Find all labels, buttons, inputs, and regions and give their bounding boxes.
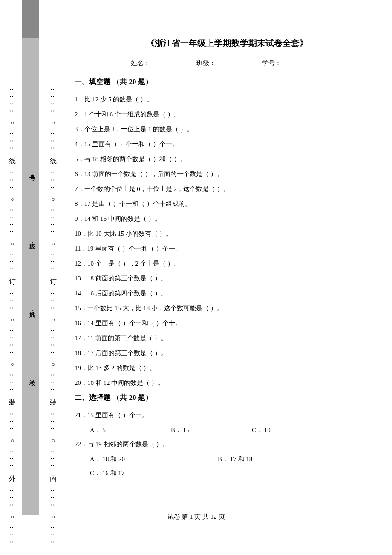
q22-option-a: A． 18 和 20	[90, 452, 218, 466]
name-label: 姓名：	[131, 60, 150, 66]
question-21: 21．15 里面有（ ）个一。	[75, 408, 379, 422]
circle-marker: ○	[52, 120, 55, 127]
inner-char: 内	[50, 474, 57, 483]
outer-binding-strip: ⋮⋮⋮ ○ ⋮⋮⋮ 外 ⋮⋮⋮ ○ ⋮⋮⋮ 装 ⋮⋮⋮ ○ ⋮⋮⋮⋮ ○ ⋮⋮⋮…	[8, 0, 17, 555]
dots: ⋮⋮⋮	[9, 488, 16, 509]
circle-marker: ○	[52, 196, 55, 203]
dots: ⋮⋮⋮	[50, 170, 57, 192]
question-16: 16．14 里面有（ ）个一和（ ）个十。	[75, 316, 379, 330]
dots: ⋮⋮⋮	[9, 411, 16, 433]
class-label: 班级：	[196, 60, 216, 66]
id-label: 学号：	[262, 60, 281, 66]
question-22-options: A． 18 和 20 B． 17 和 18 C． 16 和 17	[75, 452, 379, 480]
circle-marker: ○	[11, 437, 14, 444]
question-7: 7．一个数的个位上是 0，十位上是 2，这个数是（ ）。	[75, 182, 379, 196]
outer-char: 外	[9, 474, 16, 483]
question-1: 1．比 12 少 5 的数是（ ）。	[75, 92, 379, 107]
question-6: 6．13 前面的一个数是（ ），后面的一个数是（ ）。	[75, 167, 379, 181]
dots: ⋮⋮⋮	[50, 372, 57, 394]
question-22: 22．与 19 相邻的两个数是（ ）。	[75, 437, 379, 451]
circle-marker: ○	[11, 317, 14, 324]
question-11: 11．19 里面有（ ）个十和（ ）个一。	[75, 242, 379, 256]
question-20: 20．10 和 12 中间的数是（ ）。	[75, 376, 379, 390]
dots: ⋮⋮⋮	[50, 411, 57, 433]
q22-option-b: B． 17 和 18	[218, 452, 346, 466]
dots: ⋮⋮⋮	[50, 525, 57, 546]
gray-margin-top	[22, 0, 39, 38]
xian-char: 线	[50, 157, 57, 166]
q21-option-a: A． 5	[90, 423, 171, 437]
dots: ⋮⋮⋮⋮	[50, 328, 57, 357]
dots: ⋮⋮⋮	[50, 131, 57, 153]
circle-marker: ○	[11, 240, 14, 247]
dots: ⋮⋮⋮⋮	[9, 87, 16, 116]
question-8: 8．17 是由（ ）个一和（ ）个十组成的。	[75, 197, 379, 211]
question-13: 13．18 前面的第三个数是（ ）。	[75, 272, 379, 286]
circle-marker: ○	[52, 361, 55, 368]
dots: ⋮⋮⋮⋮	[50, 207, 57, 236]
question-4: 4．15 里面有（ ）个十和（ ）个一。	[75, 137, 379, 151]
question-18: 18．17 后面的第三个数是（ ）。	[75, 346, 379, 360]
page-content: 《浙江省一年级上学期数学期末试卷全套》 姓名： 班级： 学号： 一、填空题 （共…	[75, 38, 379, 480]
q22-option-c: C． 16 和 17	[90, 466, 218, 480]
dots: ⋮⋮⋮	[9, 448, 16, 470]
section2-header: 二、选择题 （共 20 题）	[75, 393, 379, 402]
question-21-options: A． 5 B． 15 C． 10	[75, 423, 379, 437]
ding-char: 订	[9, 278, 16, 286]
page-footer: 试卷 第 1 页 共 12 页	[0, 513, 392, 521]
question-19: 19．比 13 多 2 的数是（ ）。	[75, 361, 379, 375]
question-14: 14．16 后面的第四个数是（ ）。	[75, 286, 379, 301]
circle-marker: ○	[52, 437, 55, 444]
id-blank[interactable]	[283, 60, 321, 67]
section1-header: 一、填空题 （共 20 题）	[75, 77, 379, 87]
circle-marker: ○	[11, 361, 14, 368]
name-blank[interactable]	[152, 60, 190, 67]
question-15: 15．一个数比 15 大，比 18 小，这个数可能是（ ）。	[75, 301, 379, 315]
ding-char: 订	[50, 278, 57, 286]
page-title: 《浙江省一年级上学期数学期末试卷全套》	[75, 38, 379, 49]
question-3: 3．个位上是 8，十位上是 1 的数是（ ）。	[75, 122, 379, 136]
q21-option-b: B． 15	[171, 423, 252, 437]
dots: ⋮⋮⋮	[50, 251, 57, 273]
dots: ⋮⋮⋮	[9, 291, 16, 312]
dots: ⋮⋮⋮	[50, 448, 57, 470]
circle-marker: ○	[52, 317, 55, 324]
dots: ⋮⋮⋮	[50, 291, 57, 312]
inner-binding-strip: ⋮⋮⋮ ○ ⋮⋮⋮ 内 ⋮⋮⋮ ○ ⋮⋮⋮ 装 ⋮⋮⋮ ○ ⋮⋮⋮⋮ ○ ⋮⋮⋮…	[46, 0, 61, 555]
question-5: 5．与 18 相邻的两个数是（ ）和（ ）。	[75, 152, 379, 166]
circle-marker: ○	[11, 120, 14, 127]
dots: ⋮⋮⋮	[9, 131, 16, 153]
circle-marker: ○	[52, 240, 55, 247]
dots: ⋮⋮⋮	[9, 251, 16, 273]
question-2: 2．1 个十和 6 个一组成的数是（ ）。	[75, 107, 379, 121]
zhuang-char: 装	[9, 398, 16, 407]
dots: ⋮⋮⋮	[9, 525, 16, 546]
class-blank[interactable]	[217, 60, 256, 67]
zhuang-char: 装	[50, 398, 57, 407]
dots: ⋮⋮⋮	[9, 170, 16, 192]
question-12: 12．10 个一是（ ），2 个十是（ ）。	[75, 257, 379, 271]
question-9: 9．14 和 16 中间的数是（ ）。	[75, 212, 379, 226]
gray-margin-bar	[22, 0, 39, 515]
dots: ⋮⋮⋮⋮	[9, 328, 16, 357]
xian-char: 线	[9, 157, 16, 166]
dots: ⋮⋮⋮⋮	[9, 207, 16, 236]
q21-option-c: C． 10	[252, 423, 333, 437]
dots: ⋮⋮⋮	[9, 372, 16, 394]
question-17: 17．11 前面的第二个数是（ ）。	[75, 331, 379, 345]
student-info-line: 姓名： 班级： 学号：	[75, 59, 379, 67]
dots: ⋮⋮⋮	[50, 488, 57, 509]
question-10: 10．比 10 大比 15 小的数有（ ）。	[75, 227, 379, 241]
dots: ⋮⋮⋮⋮	[50, 87, 57, 116]
circle-marker: ○	[11, 196, 14, 203]
